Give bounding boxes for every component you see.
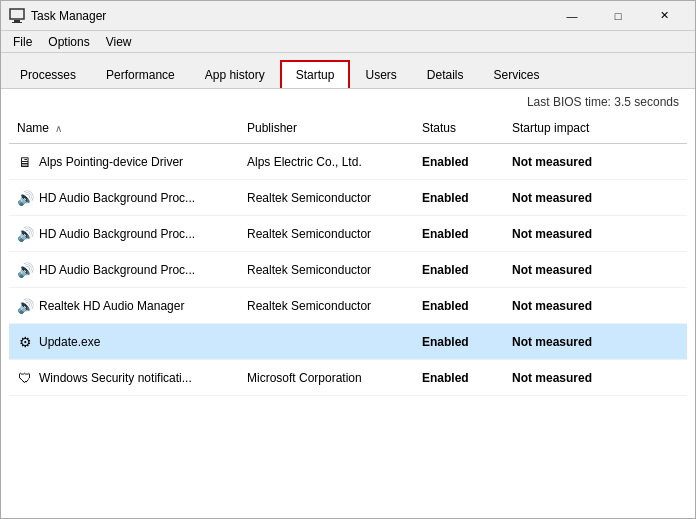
row-status-3: Enabled bbox=[414, 259, 504, 281]
row-name-1: 🔊 HD Audio Background Proc... bbox=[9, 186, 239, 210]
row-icon-0: 🖥 bbox=[17, 154, 33, 170]
row-icon-5: ⚙ bbox=[17, 334, 33, 350]
table-row[interactable]: 🔊 Realtek HD Audio Manager Realtek Semic… bbox=[9, 288, 687, 324]
svg-rect-0 bbox=[10, 9, 24, 19]
table-row[interactable]: 🖥 Alps Pointing-device Driver Alps Elect… bbox=[9, 144, 687, 180]
table-row[interactable]: 🛡 Windows Security notificati... Microso… bbox=[9, 360, 687, 396]
tab-details[interactable]: Details bbox=[412, 60, 479, 88]
row-icon-1: 🔊 bbox=[17, 190, 33, 206]
row-impact-3: Not measured bbox=[504, 259, 687, 281]
tab-app-history[interactable]: App history bbox=[190, 60, 280, 88]
row-status-1: Enabled bbox=[414, 187, 504, 209]
row-icon-6: 🛡 bbox=[17, 370, 33, 386]
row-icon-2: 🔊 bbox=[17, 226, 33, 242]
column-status[interactable]: Status bbox=[414, 117, 504, 139]
row-name-6: 🛡 Windows Security notificati... bbox=[9, 366, 239, 390]
row-publisher-6: Microsoft Corporation bbox=[239, 367, 414, 389]
bios-time-bar: Last BIOS time: 3.5 seconds bbox=[1, 89, 695, 113]
maximize-button[interactable]: □ bbox=[595, 1, 641, 31]
table-row[interactable]: 🔊 HD Audio Background Proc... Realtek Se… bbox=[9, 252, 687, 288]
table-body: 🖥 Alps Pointing-device Driver Alps Elect… bbox=[9, 144, 687, 518]
menu-bar: File Options View bbox=[1, 31, 695, 53]
row-publisher-1: Realtek Semiconductor bbox=[239, 187, 414, 209]
column-impact[interactable]: Startup impact bbox=[504, 117, 687, 139]
row-status-4: Enabled bbox=[414, 295, 504, 317]
row-name-3: 🔊 HD Audio Background Proc... bbox=[9, 258, 239, 282]
sort-arrow-icon: ∧ bbox=[55, 123, 62, 134]
row-status-6: Enabled bbox=[414, 367, 504, 389]
tabs-bar: Processes Performance App history Startu… bbox=[1, 53, 695, 89]
table-header: Name ∧ Publisher Status Startup impact bbox=[9, 113, 687, 144]
table-row[interactable]: ⚙ Update.exe Enabled Not measured bbox=[9, 324, 687, 360]
row-icon-3: 🔊 bbox=[17, 262, 33, 278]
row-status-0: Enabled bbox=[414, 151, 504, 173]
tab-users[interactable]: Users bbox=[350, 60, 411, 88]
row-publisher-0: Alps Electric Co., Ltd. bbox=[239, 151, 414, 173]
tab-services[interactable]: Services bbox=[479, 60, 555, 88]
row-impact-2: Not measured bbox=[504, 223, 687, 245]
content-area: Last BIOS time: 3.5 seconds Name ∧ Publi… bbox=[1, 89, 695, 518]
table-row[interactable]: 🔊 HD Audio Background Proc... Realtek Se… bbox=[9, 216, 687, 252]
row-name-2: 🔊 HD Audio Background Proc... bbox=[9, 222, 239, 246]
column-publisher[interactable]: Publisher bbox=[239, 117, 414, 139]
bios-time-value: 3.5 seconds bbox=[614, 95, 679, 109]
row-publisher-4: Realtek Semiconductor bbox=[239, 295, 414, 317]
row-impact-5: Not measured bbox=[504, 331, 687, 353]
row-impact-4: Not measured bbox=[504, 295, 687, 317]
window-controls: — □ ✕ bbox=[549, 1, 687, 31]
row-name-5: ⚙ Update.exe bbox=[9, 330, 239, 354]
row-publisher-3: Realtek Semiconductor bbox=[239, 259, 414, 281]
row-impact-6: Not measured bbox=[504, 367, 687, 389]
task-manager-window: Task Manager — □ ✕ File Options View Pro… bbox=[0, 0, 696, 519]
table-row[interactable]: 🔊 HD Audio Background Proc... Realtek Se… bbox=[9, 180, 687, 216]
tab-startup[interactable]: Startup bbox=[280, 60, 351, 88]
tab-processes[interactable]: Processes bbox=[5, 60, 91, 88]
row-impact-1: Not measured bbox=[504, 187, 687, 209]
app-icon bbox=[9, 8, 25, 24]
row-impact-0: Not measured bbox=[504, 151, 687, 173]
row-publisher-2: Realtek Semiconductor bbox=[239, 223, 414, 245]
row-status-2: Enabled bbox=[414, 223, 504, 245]
row-name-0: 🖥 Alps Pointing-device Driver bbox=[9, 150, 239, 174]
column-name[interactable]: Name ∧ bbox=[9, 117, 239, 139]
bios-time-label: Last BIOS time: bbox=[527, 95, 611, 109]
menu-view[interactable]: View bbox=[98, 33, 140, 51]
tab-performance[interactable]: Performance bbox=[91, 60, 190, 88]
close-button[interactable]: ✕ bbox=[641, 1, 687, 31]
window-title: Task Manager bbox=[31, 9, 549, 23]
svg-rect-1 bbox=[14, 20, 20, 22]
row-name-4: 🔊 Realtek HD Audio Manager bbox=[9, 294, 239, 318]
row-icon-4: 🔊 bbox=[17, 298, 33, 314]
minimize-button[interactable]: — bbox=[549, 1, 595, 31]
menu-options[interactable]: Options bbox=[40, 33, 97, 51]
svg-rect-2 bbox=[12, 22, 22, 23]
menu-file[interactable]: File bbox=[5, 33, 40, 51]
row-publisher-5 bbox=[239, 338, 414, 346]
row-status-5: Enabled bbox=[414, 331, 504, 353]
title-bar: Task Manager — □ ✕ bbox=[1, 1, 695, 31]
